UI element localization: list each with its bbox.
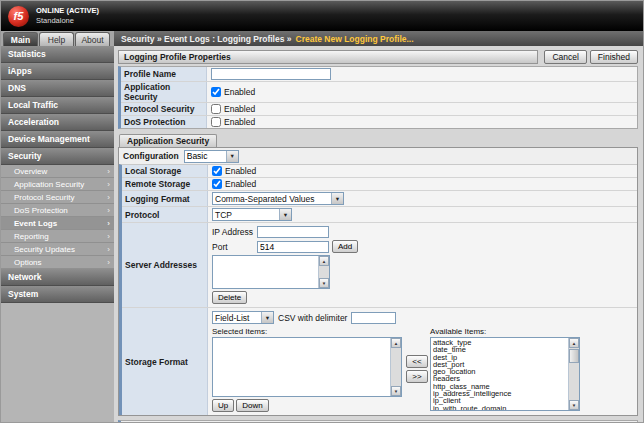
application-security-panel: Configuration Basic Local Storage Enable…: [118, 147, 638, 416]
local-storage-checkbox[interactable]: [212, 166, 222, 176]
scroll-down-icon[interactable]: [391, 386, 401, 396]
breadcrumb-trail: Security » Event Logs : Logging Profiles…: [121, 34, 292, 44]
sidebar-item-local-traffic[interactable]: Local Traffic: [1, 97, 114, 114]
body: Statistics iApps DNS Local Traffic Accel…: [1, 46, 643, 422]
protocol-security-checkbox[interactable]: [211, 104, 221, 114]
dos-protection-checkbox[interactable]: [211, 117, 221, 127]
list-items: [213, 257, 318, 288]
storage-format-select[interactable]: Field-List: [212, 311, 274, 324]
sidebar-item-event-logs[interactable]: Event Logs: [1, 217, 114, 230]
sidebar-item-dos-protection[interactable]: DoS Protection: [1, 204, 114, 217]
scrollbar[interactable]: [568, 338, 579, 410]
status-online: ONLINE (ACTIVE): [36, 6, 99, 16]
chevron-down-icon: [331, 193, 343, 204]
move-left-button[interactable]: <<: [406, 355, 427, 368]
sidebar-item-dns[interactable]: DNS: [1, 80, 114, 97]
protocol-select[interactable]: TCP: [212, 208, 292, 221]
protocol-security-cell: Enabled: [207, 103, 637, 115]
sidebar-item-options[interactable]: Options: [1, 256, 114, 269]
title-bar: f5 ONLINE (ACTIVE) Standalone: [1, 1, 643, 31]
scroll-up-icon[interactable]: [319, 256, 329, 266]
sidebar-item-overview[interactable]: Overview: [1, 165, 114, 178]
sidebar-item-statistics[interactable]: Statistics: [1, 46, 114, 63]
tab-about[interactable]: About: [75, 32, 110, 46]
list-items: [213, 339, 390, 396]
table-row: Remote Storage Enabled: [122, 178, 637, 191]
table-row: DoS Protection Enabled: [121, 116, 637, 128]
scroll-down-icon[interactable]: [319, 278, 329, 288]
application-security-checkbox[interactable]: [211, 87, 221, 97]
nav-row: Main Help About Security » Event Logs : …: [1, 31, 643, 46]
sidebar-item-reporting[interactable]: Reporting: [1, 230, 114, 243]
sidebar-item-iapps[interactable]: iApps: [1, 63, 114, 80]
chevron-down-icon: [261, 312, 273, 323]
storage-filter-block: Storage Filter Basic Request Type Illega…: [118, 420, 638, 422]
sidebar-item-device-management[interactable]: Device Management: [1, 131, 114, 148]
table-row: Protocol TCP: [122, 207, 637, 223]
tab-main[interactable]: Main: [3, 32, 38, 46]
configuration-table: Local Storage Enabled Remote Storage Ena…: [119, 164, 637, 415]
port-input[interactable]: [257, 241, 329, 253]
csv-delimiter-label: CSV with delimiter: [278, 313, 347, 323]
sidebar-item-security-updates[interactable]: Security Updates: [1, 243, 114, 256]
chevron-right-icon: [107, 245, 110, 254]
move-buttons: << >>: [404, 355, 430, 383]
scroll-up-icon[interactable]: [569, 338, 579, 348]
enabled-label: Enabled: [225, 179, 256, 189]
profile-name-cell: [207, 67, 637, 81]
remote-storage-cell: Enabled: [208, 178, 637, 190]
move-right-button[interactable]: >>: [406, 370, 427, 383]
chevron-right-icon: [107, 193, 110, 202]
sidebar-item-network[interactable]: Network: [1, 269, 114, 286]
scrollbar-thumb[interactable]: [569, 349, 579, 363]
sidebar-item-security[interactable]: Security: [1, 148, 114, 165]
properties-table: Profile Name Application Security Enable…: [118, 66, 638, 129]
tab-application-security[interactable]: Application Security: [119, 134, 217, 147]
sidebar-item-label: System: [8, 289, 38, 299]
cancel-button-top[interactable]: Cancel: [544, 50, 586, 64]
logging-format-select[interactable]: Comma-Separated Values: [212, 192, 344, 205]
sidebar-subitem-label: Options: [14, 258, 42, 267]
csv-delimiter-input[interactable]: [351, 312, 396, 324]
sidebar-subitem-label: Security Updates: [14, 245, 75, 254]
local-storage-label: Local Storage: [122, 165, 208, 177]
up-button[interactable]: Up: [212, 399, 234, 412]
list-item[interactable]: ip_with_route_domain: [431, 405, 568, 410]
profile-name-input[interactable]: [211, 68, 331, 80]
profile-name-label: Profile Name: [121, 67, 207, 81]
scrollbar[interactable]: [390, 338, 401, 396]
sidebar-item-system[interactable]: System: [1, 286, 114, 303]
selected-items-list[interactable]: [212, 337, 402, 397]
tab-help[interactable]: Help: [39, 32, 74, 46]
scroll-down-icon[interactable]: [569, 400, 579, 410]
storage-format-mode-row: Field-List CSV with delimiter: [212, 311, 633, 324]
breadcrumb-current[interactable]: Create New Logging Profile...: [296, 34, 414, 44]
chevron-right-icon: [107, 258, 110, 267]
sidebar-item-protocol-security[interactable]: Protocol Security: [1, 191, 114, 204]
chevron-right-icon: [107, 219, 110, 228]
sidebar: Statistics iApps DNS Local Traffic Accel…: [1, 46, 114, 422]
sidebar-item-acceleration[interactable]: Acceleration: [1, 114, 114, 131]
scroll-up-icon[interactable]: [391, 338, 401, 348]
logging-format-label: Logging Format: [122, 191, 208, 206]
server-address-list[interactable]: [212, 255, 330, 289]
finished-button-top[interactable]: Finished: [590, 50, 638, 64]
port-row: Port Add: [212, 240, 633, 253]
configuration-select[interactable]: Basic: [184, 150, 239, 163]
ip-address-input[interactable]: [257, 226, 329, 238]
sidebar-subitem-label: DoS Protection: [14, 206, 68, 215]
down-button[interactable]: Down: [236, 399, 268, 412]
storage-filter-select[interactable]: Basic: [185, 422, 240, 423]
remote-storage-label: Remote Storage: [122, 178, 208, 190]
remote-storage-checkbox[interactable]: [212, 179, 222, 189]
sidebar-item-application-security[interactable]: Application Security: [1, 178, 114, 191]
dual-list: Selected Items:: [212, 327, 633, 412]
add-button[interactable]: Add: [332, 240, 358, 253]
f5-logo-icon: f5: [8, 6, 29, 27]
available-items-list[interactable]: attack_type date_time dest_ip dest_port …: [430, 337, 580, 411]
delete-button[interactable]: Delete: [212, 291, 247, 304]
scrollbar[interactable]: [318, 256, 329, 288]
table-row: Storage Format Field-List CSV with delim…: [122, 308, 637, 415]
nav-tabs: Main Help About: [1, 31, 114, 46]
sidebar-subitem-label: Reporting: [14, 232, 49, 241]
